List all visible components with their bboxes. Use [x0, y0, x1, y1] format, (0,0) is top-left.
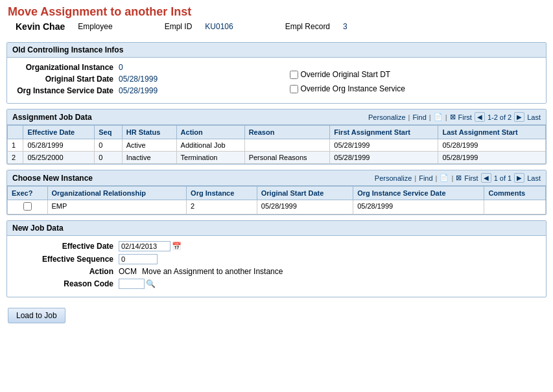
orig-start-date-value: 05/28/1999 [119, 75, 158, 84]
exec-checkbox[interactable] [23, 202, 32, 211]
assignment-job-data-header: Assignment Job Data Personalize | Find |… [7, 110, 546, 125]
row-hr-status: Active [122, 139, 176, 152]
effective-date-label: Effective Date [15, 242, 119, 251]
assignment-grid-icon[interactable]: ⊠ [450, 113, 456, 121]
choose-next-btn[interactable]: ▶ [514, 173, 524, 183]
choose-personalize-link[interactable]: Personalize [375, 174, 412, 182]
effective-seq-input[interactable] [119, 254, 158, 264]
row-exec[interactable] [8, 200, 48, 214]
row-comments [484, 200, 546, 214]
table-row: EMP 2 05/28/1999 05/28/1999 [8, 200, 546, 214]
row-first-assignment-start: 05/28/1999 [330, 152, 438, 164]
employee-label: Employee [78, 22, 112, 31]
action-label: Action [15, 267, 119, 276]
row-last-assignment-start: 05/28/1999 [438, 152, 546, 164]
col-action: Action [176, 126, 244, 139]
action-code: OCM [119, 267, 137, 276]
org-instance-service-date-label: Org Instance Service Date [15, 86, 119, 95]
assignment-job-data-section: Assignment Job Data Personalize | Find |… [6, 109, 547, 165]
col-num [8, 126, 23, 139]
row-seq: 0 [95, 139, 122, 152]
col-hr-status: HR Status [122, 126, 176, 139]
row-seq: 0 [95, 152, 122, 164]
empl-id-label: Empl ID [165, 22, 193, 31]
choose-new-instance-table: Exec? Organizational Relationship Org In… [7, 186, 546, 214]
assignment-view-icon[interactable]: 📄 [434, 113, 443, 121]
orig-start-date-label: Original Start Date [15, 75, 119, 84]
effective-date-input[interactable] [119, 241, 171, 251]
new-job-data-header: New Job Data [7, 221, 546, 236]
col-seq: Seq [95, 126, 122, 139]
choose-prev-btn[interactable]: ◀ [481, 173, 491, 183]
reason-code-input[interactable] [119, 279, 145, 289]
assignment-personalize-link[interactable]: Personalize [368, 113, 405, 121]
row-reason [244, 139, 330, 152]
assignment-job-data-title: Assignment Job Data [12, 113, 92, 122]
assignment-first-label: First [458, 113, 472, 121]
col-exec: Exec? [8, 187, 48, 200]
lookup-icon[interactable]: 🔍 [146, 279, 156, 288]
row-org-relationship: EMP [47, 200, 187, 214]
row-org-instance: 2 [187, 200, 257, 214]
row-first-assignment-start: 05/28/1999 [330, 139, 438, 152]
old-controlling-section: Old Controlling Instance Infos Organizat… [6, 42, 547, 104]
row-hr-status: Inactive [122, 152, 176, 164]
assignment-page-info: 1-2 of 2 [488, 113, 512, 121]
choose-new-instance-header: Choose New Instance Personalize | Find |… [7, 170, 546, 186]
load-to-job-button[interactable]: Load to Job [8, 308, 65, 323]
row-orig-start-date: 05/28/1999 [257, 200, 353, 214]
col-comments: Comments [484, 187, 546, 200]
row-org-instance-service-date: 05/28/1999 [353, 200, 484, 214]
assignment-last-link[interactable]: Last [527, 113, 541, 121]
choose-new-instance-title: Choose New Instance [12, 174, 93, 183]
col-last-assignment-start: Last Assignment Start [438, 126, 546, 139]
assignment-prev-btn[interactable]: ◀ [475, 112, 485, 122]
choose-page-info: 1 of 1 [494, 174, 512, 182]
choose-new-instance-controls: Personalize | Find | 📄 | ⊠ First ◀ 1 of … [375, 173, 541, 183]
col-reason: Reason [244, 126, 330, 139]
assignment-job-data-controls: Personalize | Find | 📄 | ⊠ First ◀ 1-2 o… [368, 112, 541, 122]
calendar-icon[interactable]: 📅 [172, 242, 182, 251]
assignment-find-link[interactable]: Find [412, 113, 426, 121]
effective-seq-label: Effective Sequence [15, 255, 119, 264]
col-first-assignment-start: First Assignment Start [330, 126, 438, 139]
org-instance-label: Organizational Instance [15, 63, 119, 72]
col-orig-start-date: Original Start Date [257, 187, 353, 200]
row-reason: Personal Reasons [244, 152, 330, 164]
org-instance-value: 0 [119, 63, 123, 72]
choose-find-link[interactable]: Find [419, 174, 432, 182]
org-instance-service-date-value: 05/28/1999 [119, 86, 158, 95]
choose-first-label: First [464, 174, 478, 182]
row-num: 1 [8, 139, 23, 152]
row-num: 2 [8, 152, 23, 164]
row-effective-date: 05/25/2000 [23, 152, 95, 164]
row-last-assignment-start: 05/28/1999 [438, 139, 546, 152]
choose-new-instance-section: Choose New Instance Personalize | Find |… [6, 170, 547, 215]
old-controlling-header: Old Controlling Instance Infos [7, 43, 546, 58]
choose-last-link[interactable]: Last [527, 174, 541, 182]
col-org-relationship: Organizational Relationship [47, 187, 187, 200]
row-effective-date: 05/28/1999 [23, 139, 95, 152]
col-org-instance: Org Instance [187, 187, 257, 200]
row-action: Termination [176, 152, 244, 164]
employee-name: Kevin Chae [16, 21, 65, 32]
col-effective-date: Effective Date [23, 126, 95, 139]
empl-record-value: 3 [343, 22, 347, 31]
empl-record-label: Empl Record [285, 22, 330, 31]
override-original-start-dt-checkbox[interactable] [290, 71, 298, 79]
button-bar: Load to Job [0, 303, 553, 329]
row-action: Additional Job [176, 139, 244, 152]
col-org-instance-service-date: Org Instance Service Date [353, 187, 484, 200]
override-original-start-dt-label: Override Original Start DT [301, 70, 391, 79]
choose-view-icon[interactable]: 📄 [440, 174, 449, 182]
action-description: Move an Assignment to another Instance [142, 267, 283, 276]
override-org-instance-service-checkbox[interactable] [290, 85, 298, 93]
empl-id-value: KU0106 [205, 22, 233, 31]
new-job-data-section: New Job Data Effective Date 📅 Effective … [6, 220, 547, 297]
override-org-instance-service-label: Override Org Instance Service [301, 84, 405, 93]
table-row: 1 05/28/1999 0 Active Additional Job 05/… [8, 139, 546, 152]
assignment-next-btn[interactable]: ▶ [514, 112, 524, 122]
choose-grid-icon[interactable]: ⊠ [456, 174, 462, 182]
table-row: 2 05/25/2000 0 Inactive Termination Pers… [8, 152, 546, 164]
page-title: Move Assignment to another Inst [8, 5, 545, 19]
